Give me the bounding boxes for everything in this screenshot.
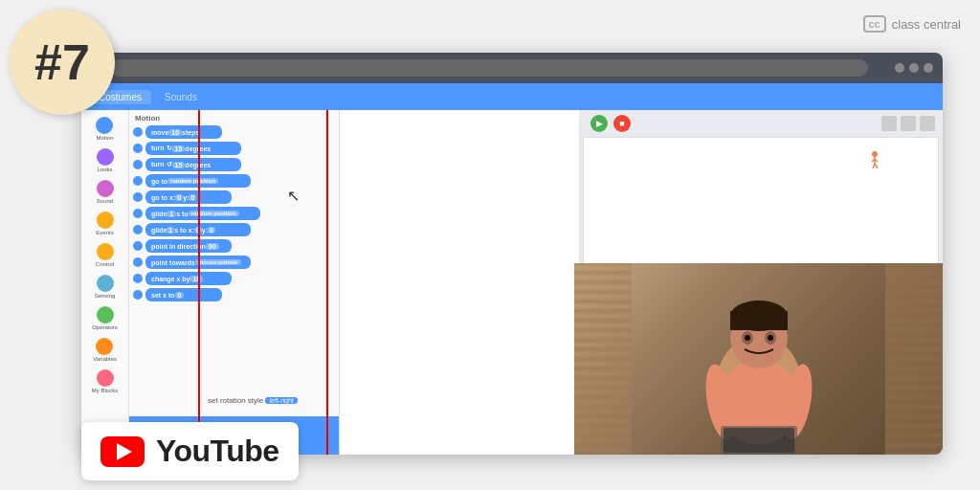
classcentral-logo: cc class central — [863, 15, 962, 33]
block-row: glide 1 s to random position — [129, 206, 339, 221]
block-row: point in direction 90 — [129, 238, 339, 254]
scratch-ide: Costumes Sounds Motion Looks Sound — [81, 83, 943, 455]
sprite-small-svg — [864, 149, 885, 170]
sensing-label: Sensing — [95, 293, 116, 299]
sidebar-sound[interactable]: Sound — [97, 177, 114, 207]
block-row: turn ↻ 15 degrees — [129, 141, 339, 156]
block-turn-ccw[interactable]: turn ↺ 15 degrees — [145, 158, 241, 171]
curtain-left — [574, 263, 632, 455]
number-badge: #7 — [10, 10, 115, 115]
control-icon — [97, 243, 114, 260]
block-row: change x by 10 — [129, 271, 339, 286]
stage-controls-right — [881, 116, 935, 131]
extra-block-row: set rotation style left-right — [204, 394, 301, 407]
svg-line-5 — [875, 164, 878, 168]
code-area[interactable] — [340, 110, 579, 455]
stage-icon-fullscreen[interactable] — [920, 116, 935, 131]
block-turn-cw[interactable]: turn ↻ 15 degrees — [145, 142, 241, 155]
myblocks-icon — [97, 369, 114, 387]
stage-icon-1[interactable] — [881, 116, 897, 131]
block-row: go to x: 0 y: 0 — [129, 189, 339, 205]
block-dot — [133, 160, 143, 169]
scratch-topbar: Costumes Sounds — [81, 83, 943, 110]
classcentral-name: class central — [892, 17, 961, 32]
sidebar-events[interactable]: Events — [96, 209, 113, 238]
browser-dot-3 — [924, 63, 933, 73]
youtube-icon — [100, 436, 145, 467]
browser-bar — [81, 53, 943, 83]
svg-point-0 — [872, 151, 878, 157]
stage-controls: ▶ ■ — [579, 110, 943, 137]
svg-rect-39 — [724, 428, 794, 453]
youtube-badge: YouTube — [81, 422, 299, 480]
curtain-right — [885, 263, 943, 455]
svg-point-35 — [768, 335, 773, 341]
sidebar-control[interactable]: Control — [96, 240, 114, 270]
sidebar-looks[interactable]: Looks — [97, 145, 114, 175]
cursor: ↖ — [287, 187, 300, 205]
sidebar-operators[interactable]: Operators — [92, 303, 118, 333]
browser-dot-1 — [895, 63, 904, 73]
looks-label: Looks — [97, 167, 112, 172]
green-flag-button[interactable]: ▶ — [590, 115, 608, 132]
address-bar[interactable] — [110, 59, 868, 77]
motion-icon — [96, 117, 113, 134]
block-change-x[interactable]: change x by 10 — [145, 272, 232, 285]
block-dot — [133, 127, 143, 137]
block-dot — [133, 192, 143, 202]
video-inner — [574, 263, 943, 455]
red-line-left — [198, 110, 200, 455]
block-dot — [133, 274, 143, 283]
red-line-right — [326, 110, 328, 455]
block-glide[interactable]: glide 1 s to random position — [145, 207, 260, 220]
operators-icon — [97, 306, 114, 323]
block-point-dir[interactable]: point in direction 90 — [145, 239, 232, 253]
operators-label: Operators — [92, 324, 118, 330]
events-label: Events — [96, 230, 113, 235]
stop-button[interactable]: ■ — [613, 115, 631, 132]
cc-icon: cc — [863, 15, 886, 33]
block-row: point towards mouse-pointer — [129, 255, 339, 270]
category-motion-label: Motion — [129, 110, 339, 124]
tab-sounds[interactable]: Sounds — [155, 90, 207, 104]
sound-label: Sound — [97, 198, 113, 204]
block-set-x[interactable]: set x to 0 — [145, 288, 222, 301]
variables-icon — [96, 338, 113, 355]
stage-icon-2[interactable] — [901, 116, 916, 131]
stage-panel: ▶ ■ — [579, 110, 943, 455]
sidebar-myblocks[interactable]: My Blocks — [92, 367, 118, 396]
block-dot — [133, 209, 143, 218]
badge-number: #7 — [34, 33, 90, 91]
person-svg — [663, 263, 855, 455]
myblocks-label: My Blocks — [92, 388, 118, 393]
block-dot — [133, 176, 143, 186]
scratch-content: Motion Looks Sound Events Control — [81, 110, 943, 455]
sensing-icon — [97, 275, 114, 292]
video-overlay — [574, 263, 943, 455]
svg-rect-31 — [730, 311, 788, 330]
block-dot — [133, 290, 143, 300]
block-row: go to random position — [129, 173, 339, 189]
block-dot — [133, 144, 143, 153]
block-row: set x to 0 — [129, 287, 339, 302]
play-icon — [117, 443, 132, 460]
browser-dot-2 — [909, 63, 919, 73]
block-goto-xy[interactable]: go to x: 0 y: 0 — [145, 190, 232, 204]
variables-label: Variables — [93, 356, 117, 362]
screenshot-area: Costumes Sounds Motion Looks Sound — [81, 53, 943, 455]
control-label: Control — [96, 261, 114, 267]
block-dot — [133, 241, 143, 251]
sidebar-icons: Motion Looks Sound Events Control — [81, 110, 129, 455]
sidebar-variables[interactable]: Variables — [93, 335, 117, 365]
youtube-text: YouTube — [156, 434, 279, 469]
stage-sprite-small — [864, 149, 885, 174]
browser-dots — [895, 63, 933, 73]
sound-icon — [97, 180, 114, 197]
blocks-panel: Motion move 10 steps turn ↻ 15 degrees t… — [129, 110, 340, 455]
block-move[interactable]: move 10 steps — [145, 125, 222, 139]
looks-icon — [97, 148, 114, 166]
events-icon — [97, 212, 114, 229]
sidebar-sensing[interactable]: Sensing — [95, 272, 116, 301]
sidebar-motion[interactable]: Motion — [96, 114, 113, 144]
block-row: turn ↺ 15 degrees — [129, 157, 339, 172]
